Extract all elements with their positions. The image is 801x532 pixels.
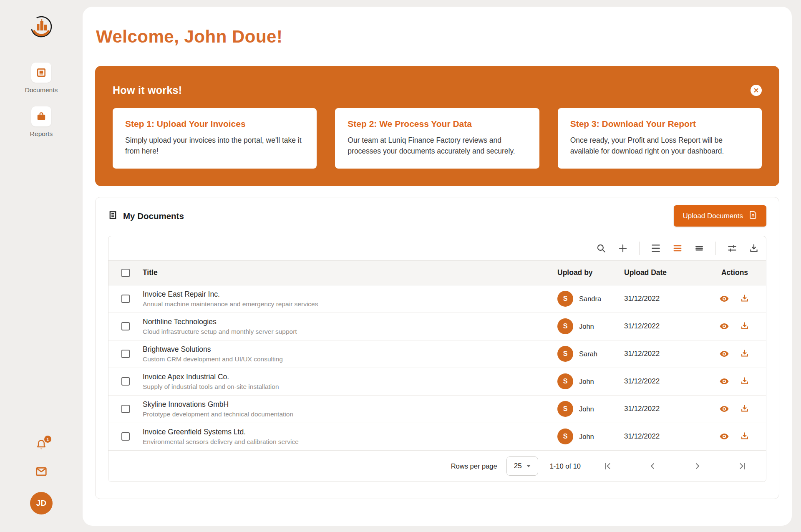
sidebar-item-label: Reports (30, 130, 53, 138)
row-checkbox[interactable] (121, 322, 130, 330)
download-icon[interactable] (740, 376, 750, 386)
view-eye-icon[interactable] (719, 431, 729, 441)
document-subtitle: Custom CRM development and UI/UX consult… (143, 356, 547, 363)
uploader-name: Sarah (579, 350, 597, 358)
receipt-icon (108, 210, 118, 222)
download-icon[interactable] (740, 321, 750, 331)
banner-title: How it works! (113, 84, 182, 96)
uploader-avatar: S (557, 401, 573, 417)
export-download-icon[interactable] (748, 243, 759, 254)
view-eye-icon[interactable] (719, 349, 729, 359)
document-title: Invoice East Repair Inc. (143, 290, 547, 299)
uploader-avatar: S (557, 346, 573, 362)
last-page-icon[interactable] (738, 461, 748, 471)
toolbar-divider (639, 242, 640, 255)
column-header-title: Title (143, 268, 557, 277)
how-it-works-step-card: Step 2: We Process Your Data Our team at… (335, 108, 539, 169)
how-it-works-banner: How it works! Step 1: Upload Your Invoic… (95, 66, 779, 186)
upload-button-label: Upload Documents (683, 212, 743, 220)
rows-per-page-select[interactable]: 25 (506, 456, 538, 476)
view-eye-icon[interactable] (719, 321, 729, 331)
chevron-down-icon (526, 465, 531, 467)
sidebar-item-label: Documents (25, 86, 58, 94)
document-title: Invoice Greenfield Systems Ltd. (143, 428, 547, 436)
table-row: Skyline Innovations GmbH Prototype devel… (108, 396, 766, 423)
uploader-name: Sandra (579, 295, 601, 303)
table-toolbar (108, 236, 766, 260)
uploader-avatar: S (557, 291, 573, 307)
uploader-avatar: S (557, 373, 573, 389)
table-row: Invoice East Repair Inc. Annual machine … (108, 285, 766, 313)
step-description: Once ready, your Profit and Loss Report … (570, 135, 749, 157)
table-header-row: Title Upload by Upload Date Actions (108, 260, 766, 285)
step-title: Step 3: Download Your Report (570, 119, 749, 129)
first-page-icon[interactable] (602, 461, 612, 471)
previous-page-icon[interactable] (647, 461, 657, 471)
rows-per-page-label: Rows per page (451, 462, 497, 470)
document-subtitle: Prototype development and technical docu… (143, 411, 547, 418)
column-header-upload-date: Upload Date (624, 268, 703, 277)
steps-row: Step 1: Upload Your Invoices Simply uplo… (113, 108, 762, 169)
row-checkbox[interactable] (121, 377, 130, 386)
page-title: Welcome, John Doue! (96, 27, 779, 47)
column-header-actions: Actions (703, 268, 766, 277)
table-pagination-footer: Rows per page 25 1-10 of 10 (108, 451, 766, 482)
table-row: Brightwave Solutions Custom CRM developm… (108, 340, 766, 368)
sidebar-item-documents[interactable]: Documents (25, 63, 58, 94)
company-logo-icon[interactable] (30, 15, 53, 38)
select-all-checkbox[interactable] (121, 269, 130, 277)
close-icon[interactable] (751, 85, 762, 96)
document-subtitle: Supply of industrial tools and on-site i… (143, 383, 547, 391)
mail-icon[interactable] (35, 465, 48, 478)
upload-date: 31/12/2022 (624, 295, 703, 303)
filter-icon[interactable] (727, 243, 738, 254)
uploader-name: John (579, 378, 594, 386)
view-eye-icon[interactable] (719, 294, 729, 304)
pagination-range: 1-10 of 10 (550, 462, 581, 470)
row-checkbox[interactable] (121, 350, 130, 358)
table-row: Invoice Greenfield Systems Ltd. Environm… (108, 423, 766, 451)
column-header-upload-by: Upload by (557, 268, 624, 277)
upload-date: 31/12/2022 (624, 322, 703, 330)
upload-documents-button[interactable]: Upload Documents (674, 205, 766, 227)
search-icon[interactable] (596, 243, 607, 254)
download-icon[interactable] (740, 294, 750, 304)
sidebar-nav: Documents Reports (25, 63, 58, 138)
document-subtitle: Environmental sensors delivery and calib… (143, 438, 547, 446)
uploader-name: John (579, 405, 594, 413)
upload-date: 31/12/2022 (624, 350, 703, 358)
download-icon[interactable] (740, 431, 750, 441)
view-eye-icon[interactable] (719, 404, 729, 414)
uploader-avatar: S (557, 318, 573, 334)
document-subtitle: Cloud infrastructure setup and monthly s… (143, 328, 547, 335)
documents-table: Title Upload by Upload Date Actions Invo… (108, 236, 766, 482)
main-panel: Welcome, John Doue! How it works! Step 1… (83, 7, 792, 526)
add-icon[interactable] (617, 243, 628, 254)
row-checkbox[interactable] (121, 405, 130, 413)
upload-date: 31/12/2022 (624, 405, 703, 413)
sidebar-bottom: 1 JD (30, 439, 53, 514)
row-checkbox[interactable] (121, 295, 130, 303)
density-spacious-icon[interactable] (650, 243, 661, 254)
step-title: Step 1: Upload Your Invoices (125, 119, 304, 129)
notifications-bell-icon[interactable]: 1 (35, 439, 48, 451)
view-eye-icon[interactable] (719, 376, 729, 386)
step-description: Our team at Luniq Finance Factory review… (348, 135, 526, 157)
step-title: Step 2: We Process Your Data (348, 119, 526, 129)
download-icon[interactable] (740, 404, 750, 414)
density-comfortable-icon[interactable] (672, 243, 683, 254)
user-avatar[interactable]: JD (30, 492, 53, 514)
toolbar-divider (715, 242, 716, 255)
my-documents-section: My Documents Upload Documents (95, 197, 779, 499)
document-title: Northline Technologies (143, 318, 547, 326)
document-title: Skyline Innovations GmbH (143, 400, 547, 409)
row-checkbox[interactable] (121, 432, 130, 441)
download-icon[interactable] (740, 349, 750, 359)
uploader-avatar: S (557, 429, 573, 444)
upload-date: 31/12/2022 (624, 432, 703, 441)
sidebar-item-reports[interactable]: Reports (30, 106, 53, 138)
density-compact-icon[interactable] (694, 243, 705, 254)
next-page-icon[interactable] (693, 461, 703, 471)
document-subtitle: Annual machine maintenance and emergency… (143, 300, 547, 308)
briefcase-icon (31, 106, 51, 126)
